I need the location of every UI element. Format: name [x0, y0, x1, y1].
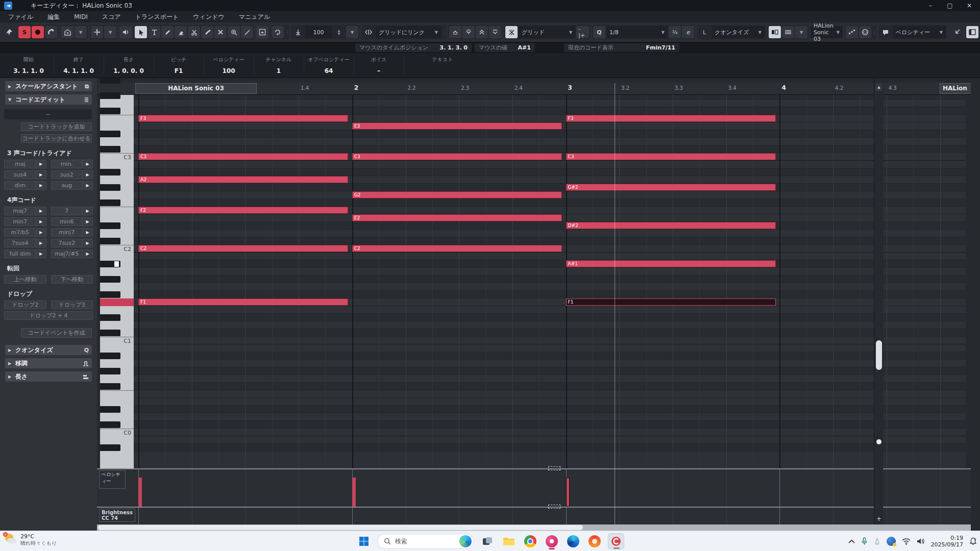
midi-note-C2-bar2[interactable]: C2	[352, 245, 562, 252]
velocity-selection-handle[interactable]	[548, 466, 560, 470]
tetrad-button-min6[interactable]: min6▶	[51, 217, 93, 226]
chord-audition-icon[interactable]: ▶	[82, 160, 92, 168]
midi-note-G2-bar2[interactable]: G2	[352, 191, 562, 198]
link-grid-icon[interactable]	[362, 26, 375, 38]
tetrad-button-maj7[interactable]: maj7▶	[4, 207, 46, 215]
vertical-scrollbar[interactable]: ▲ +	[874, 78, 883, 531]
midi-note-C3-bar3[interactable]: C3	[566, 153, 776, 160]
iterative-quantize-icon[interactable]: e	[682, 26, 694, 38]
piano-key-A#3[interactable]	[100, 78, 134, 84]
midi-note-A#1-bar3[interactable]: A#1	[566, 260, 776, 267]
menu-item-トランスポート[interactable]: トランスポート	[135, 13, 179, 21]
panel-quantize[interactable]: ▶ クオンタイズ Q	[5, 345, 92, 355]
chord-audition-icon[interactable]: ▶	[82, 250, 92, 258]
chord-audition-icon[interactable]: ▶	[82, 239, 92, 247]
autoscroll-dropdown[interactable]: ▼	[104, 26, 116, 38]
event-colors-icon[interactable]	[879, 26, 892, 38]
swing-icon[interactable]: ¾	[669, 26, 681, 38]
speaker-icon[interactable]	[119, 26, 132, 38]
maximize-button[interactable]: ▢	[941, 1, 959, 11]
zoom-slider-dot[interactable]	[876, 439, 881, 444]
piano-key-C1[interactable]: C1	[100, 337, 134, 344]
line-tool[interactable]	[241, 26, 253, 38]
tetrad-button-m7/b5[interactable]: m7/b5▶	[4, 228, 46, 237]
chord-audition-icon[interactable]: ▶	[36, 207, 46, 215]
midi-note-C2-bar1[interactable]: C2	[138, 245, 348, 252]
record-in-editor-button[interactable]	[32, 26, 44, 38]
octave-up-icon[interactable]	[476, 26, 488, 38]
taskbar-weather-widget[interactable]: 9 29°C 晴れ時々くもり	[4, 533, 57, 546]
zoom-tool[interactable]	[228, 26, 240, 38]
tetrad-button-7sus2[interactable]: 7sus2▶	[51, 239, 93, 247]
velocity-bar-1[interactable]	[138, 478, 142, 507]
chord-audition-icon[interactable]: ▶	[82, 182, 92, 189]
show-part-borders-icon[interactable]	[769, 26, 781, 38]
midi-note-A2-bar1[interactable]: A2	[138, 176, 348, 183]
piano-key-G3[interactable]	[100, 99, 134, 107]
piano-keyboard[interactable]: C0C1C2C3	[100, 95, 134, 468]
midi-note-F3-bar3[interactable]: F3	[566, 115, 776, 122]
loop-icon[interactable]	[272, 26, 284, 38]
piano-key-F2[interactable]	[100, 207, 134, 214]
piano-key-A#2[interactable]	[100, 168, 134, 176]
group-handle-icon[interactable]: ⋮	[285, 30, 288, 35]
piano-key-E1[interactable]	[100, 306, 134, 314]
chord-audition-icon[interactable]: ▶	[36, 218, 46, 226]
tetrad-button-7[interactable]: 7▶	[51, 207, 93, 215]
panel-transpose[interactable]: ▶ 移調	[5, 358, 92, 368]
triad-button-sus2[interactable]: sus2▶	[51, 170, 93, 179]
piano-key-D1[interactable]	[100, 321, 134, 329]
music-app-icon[interactable]	[544, 533, 560, 549]
part-borders-dropdown[interactable]: ▼	[795, 26, 807, 38]
quantize-preset-select[interactable]: 1/8▼	[606, 26, 668, 38]
triad-button-sus4[interactable]: sus4▶	[4, 170, 46, 179]
piano-key-D#1[interactable]	[100, 314, 134, 321]
piano-key-A1[interactable]	[100, 268, 134, 276]
tetrad-button-min7[interactable]: min7▶	[4, 217, 46, 226]
piano-key-B-1[interactable]	[100, 436, 134, 444]
midi-note-G#2-bar3[interactable]: G#2	[566, 184, 776, 191]
velocity-dropdown[interactable]: ▼	[346, 26, 358, 38]
piano-key-A3[interactable]	[100, 84, 134, 92]
piano-key-A#0[interactable]	[100, 352, 134, 360]
quantize-q-icon[interactable]: Q	[593, 26, 605, 38]
edit-active-part-only-icon[interactable]	[782, 26, 794, 38]
group-handle-icon[interactable]: ⋮	[442, 30, 445, 35]
piano-key-F#1[interactable]	[100, 291, 134, 298]
note-grid[interactable]: F3C3A2F2C2F1E3C3G2E2C2F3C3G#2D#2A#1F1	[134, 95, 966, 468]
piano-key-B0[interactable]	[100, 344, 134, 352]
length-quantize-select[interactable]: クオンタイズ▼	[712, 26, 765, 38]
part-select[interactable]: HALion Sonic 03▼	[811, 26, 843, 38]
piano-key-G#0[interactable]	[100, 367, 134, 375]
tray-app-icon[interactable]	[887, 537, 896, 546]
piano-key-F0[interactable]	[100, 390, 134, 398]
triad-button-aug[interactable]: aug▶	[51, 181, 93, 190]
piano-key-G1[interactable]	[100, 283, 134, 291]
piano-key-E0[interactable]	[100, 398, 134, 406]
inversion-button-下へ移動[interactable]: 下へ移動	[51, 275, 93, 284]
close-button[interactable]: ✕	[961, 1, 978, 11]
horizontal-scroll-handle[interactable]	[98, 525, 583, 530]
info-field-8[interactable]: ボイス–	[354, 56, 403, 74]
piano-key-D#2[interactable]	[100, 222, 134, 230]
menu-item-スコア[interactable]: スコア	[102, 13, 121, 21]
mute-tool[interactable]	[214, 26, 227, 38]
octave-down-icon[interactable]	[489, 26, 501, 38]
piano-key-C#1[interactable]	[100, 329, 134, 337]
piano-key-C#2[interactable]	[100, 237, 134, 245]
piano-key-C#3[interactable]	[100, 145, 134, 153]
piano-key-A#-1[interactable]	[100, 444, 134, 452]
menu-item-ファイル[interactable]: ファイル	[8, 13, 33, 21]
info-field-6[interactable]: チャンネル1	[254, 56, 303, 74]
midi-note-D#2-bar3[interactable]: D#2	[566, 222, 776, 229]
midi-note-F2-bar1[interactable]: F2	[138, 207, 348, 214]
piano-key-F#2[interactable]	[100, 199, 134, 207]
piano-key-G#1[interactable]	[100, 276, 134, 283]
edge-icon[interactable]	[565, 533, 581, 549]
velocity-stepper[interactable]: ▲▼	[333, 26, 345, 38]
drop-2-4-button[interactable]: ドロップ2 + 4	[4, 311, 93, 320]
object-selection-tool[interactable]	[135, 26, 147, 38]
insert-velocity-value[interactable]: 100	[305, 26, 332, 38]
panel-chord-edit[interactable]: ▼ コードエディット ≣	[5, 94, 92, 105]
link-to-grid-select[interactable]: グリッドにリンク▼	[376, 26, 441, 38]
